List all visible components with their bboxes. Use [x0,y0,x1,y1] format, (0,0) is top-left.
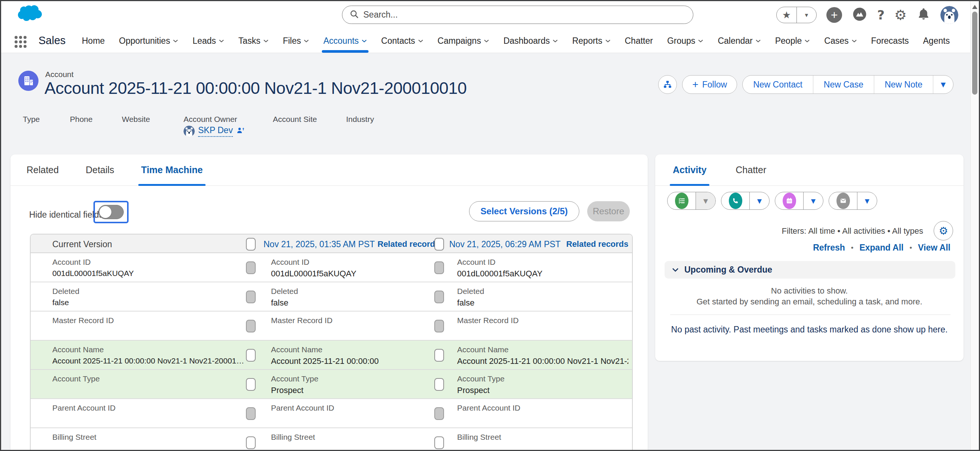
scrollbar-up-arrow[interactable] [972,5,977,9]
activity-quick-actions: ▼ ▼ ▼ [667,192,877,210]
help-icon[interactable]: ? [877,8,885,22]
refresh-link[interactable]: Refresh [813,243,845,253]
new-task-button[interactable] [668,192,696,209]
version1-select-checkbox[interactable] [246,238,256,250]
field-checkbox[interactable] [246,378,256,391]
version2-related-records-link[interactable]: Related records [566,239,628,249]
field-checkbox[interactable] [246,349,256,362]
nav-tab-campaigns[interactable]: Campaigns [438,29,489,53]
global-search [342,6,693,24]
favorites-control: ★ ▾ [776,7,817,23]
hide-identical-fields-label: Hide identical fields [29,210,103,220]
tab-related[interactable]: Related [27,155,59,185]
favorite-star-icon[interactable]: ★ [777,7,797,23]
view-all-link[interactable]: View All [918,243,950,253]
email-button[interactable] [829,192,858,209]
app-name[interactable]: Sales [38,34,66,47]
salesforce-logo-icon[interactable] [14,4,42,26]
event-dropdown[interactable]: ▼ [803,192,823,209]
field-checkbox[interactable] [434,437,444,449]
field-checkbox[interactable] [434,378,444,391]
new-note-button[interactable]: New Note [874,75,933,94]
more-actions-dropdown[interactable]: ▼ [933,75,953,94]
email-icon [837,193,850,209]
app-launcher-icon[interactable] [14,36,27,48]
change-owner-icon[interactable] [236,126,245,137]
owner-avatar [183,126,195,137]
version2-date-link[interactable]: Nov 21, 2025, 06:29 AM PST [449,239,561,249]
notifications-bell-icon[interactable] [916,7,931,23]
field-checkbox[interactable] [246,437,256,449]
version1-date-link[interactable]: Nov 21, 2025, 01:35 AM PST [264,239,375,249]
table-row-master-record-id: Master Record ID Master Record ID Master… [31,311,632,341]
tab-time-machine[interactable]: Time Machine [141,155,203,185]
owner-link[interactable]: SKP Dev [198,125,233,137]
view-hierarchy-button[interactable] [658,75,677,94]
upcoming-overdue-section-header[interactable]: Upcoming & Overdue [665,261,955,279]
activity-links: Refresh • Expand All • View All [813,243,950,253]
nav-tab-cases[interactable]: Cases [824,29,857,53]
tab-details[interactable]: Details [86,155,114,185]
field-checkbox [246,261,256,274]
guidance-center-icon[interactable] [852,6,867,24]
task-dropdown[interactable]: ▼ [696,192,715,209]
new-case-button[interactable]: New Case [813,75,874,94]
chevron-down-icon [304,39,309,43]
activity-filter-settings-button[interactable]: ⚙ [934,221,953,241]
restore-button[interactable]: Restore [587,201,630,222]
user-avatar[interactable] [940,6,958,24]
global-actions-icon[interactable]: + [826,7,842,23]
log-call-action: ▼ [721,192,770,210]
version1-related-records-link[interactable]: Related records [377,239,439,249]
new-event-button[interactable] [775,192,803,209]
nav-tab-chatter[interactable]: Chatter [625,29,653,53]
record-header-actions: + Follow New Contact New Case New Note ▼ [658,75,953,94]
nav-tab-calendar[interactable]: Calendar [718,29,760,53]
nav-tab-accounts[interactable]: Accounts [323,29,367,53]
nav-tab-reports[interactable]: Reports [572,29,611,53]
favorites-dropdown-icon[interactable]: ▾ [797,7,817,23]
field-checkbox[interactable] [434,349,444,362]
select-versions-button[interactable]: Select Versions (2/5) [469,201,579,222]
page-title: Account 2025-11-21 00:00:00 Nov21-1 Nov2… [45,78,467,98]
nav-tab-files[interactable]: Files [283,29,309,53]
account-record-icon [18,71,38,91]
nav-tab-people[interactable]: People [775,29,810,53]
email-dropdown[interactable]: ▼ [858,192,877,209]
chevron-down-icon [219,39,224,43]
setup-gear-icon[interactable]: ⚙ [894,7,907,23]
task-icon [675,193,689,209]
new-contact-button[interactable]: New Contact [743,75,813,94]
chevron-down-icon [173,39,178,43]
version-table-header: Current Version Nov 21, 2025, 01:35 AM P… [31,234,632,253]
tab-chatter[interactable]: Chatter [735,155,766,185]
chevron-down-icon [804,39,810,43]
nav-tab-forecasts[interactable]: Forecasts [871,29,909,53]
search-input[interactable] [363,10,686,20]
field-checkbox [434,320,444,333]
tab-activity[interactable]: Activity [673,155,706,185]
plus-icon: + [692,78,698,91]
search-icon [350,10,359,20]
version-comparison-table: Current Version Nov 21, 2025, 01:35 AM P… [30,234,633,451]
field-label-website: Website [122,115,150,124]
follow-button[interactable]: + Follow [682,75,737,94]
nav-tab-leads[interactable]: Leads [192,29,224,53]
new-task-action: ▼ [667,192,716,210]
version2-select-checkbox[interactable] [434,238,444,250]
nav-tab-home[interactable]: Home [82,29,105,53]
nav-tab-contacts[interactable]: Contacts [381,29,423,53]
hide-identical-fields-toggle[interactable] [94,201,129,223]
app-navigation-bar: Sales Home Opportunities Leads Tasks Fil… [1,29,970,53]
page-scrollbar[interactable] [970,1,979,450]
record-action-group: New Contact New Case New Note ▼ [742,75,953,94]
log-call-dropdown[interactable]: ▼ [750,192,769,209]
nav-tab-groups[interactable]: Groups [667,29,703,53]
scrollbar-thumb[interactable] [972,11,977,95]
log-call-button[interactable] [721,192,750,209]
nav-tab-tasks[interactable]: Tasks [239,29,269,53]
nav-tab-dashboards[interactable]: Dashboards [503,29,558,53]
nav-tab-agents[interactable]: Agents [923,29,950,53]
expand-all-link[interactable]: Expand All [859,243,904,253]
nav-tab-opportunities[interactable]: Opportunities [119,29,178,53]
